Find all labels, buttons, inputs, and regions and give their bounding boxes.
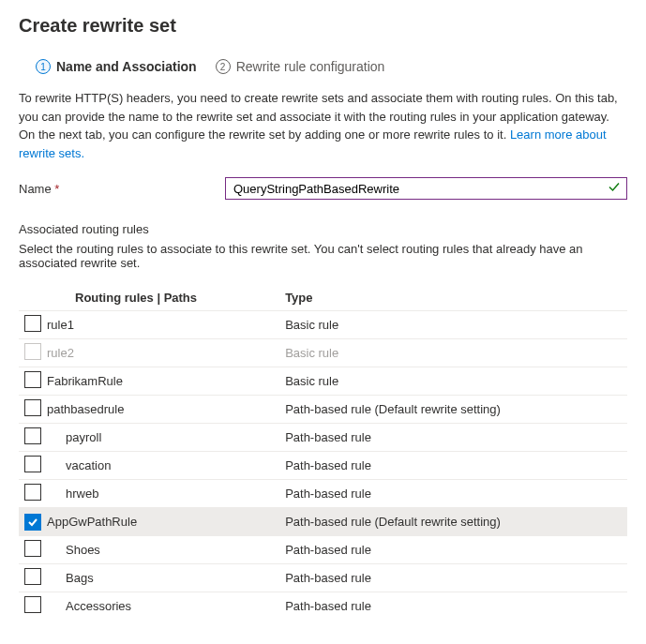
col-header-name: Routing rules | Paths [47, 285, 285, 311]
tab-step-2[interactable]: 2Rewrite rule configuration [216, 59, 385, 74]
row-checkbox[interactable] [24, 371, 41, 388]
page-title: Create rewrite set [19, 15, 627, 37]
table-row: payrollPath-based rule [19, 424, 627, 452]
rule-type: Path-based rule (Default rewrite setting… [285, 508, 627, 536]
row-checkbox[interactable] [24, 399, 41, 416]
row-checkbox[interactable] [24, 514, 41, 531]
rule-name: pathbasedrule [47, 396, 285, 424]
required-indicator: * [54, 182, 59, 196]
rule-type: Path-based rule [285, 536, 627, 564]
rule-type: Path-based rule [285, 452, 627, 480]
section-title: Associated routing rules [19, 222, 627, 236]
table-row: vacationPath-based rule [19, 452, 627, 480]
rule-type: Path-based rule [285, 564, 627, 592]
row-checkbox[interactable] [24, 540, 41, 557]
rule-type: Path-based rule [285, 424, 627, 452]
table-row: AccessoriesPath-based rule [19, 592, 627, 621]
table-row: AppGwPathRulePath-based rule (Default re… [19, 508, 627, 536]
rule-type: Basic rule [285, 311, 627, 339]
row-checkbox[interactable] [24, 315, 41, 332]
step-number-icon: 1 [36, 59, 51, 74]
table-row: hrwebPath-based rule [19, 480, 627, 508]
table-row: rule2Basic rule [19, 339, 627, 367]
name-input[interactable] [225, 177, 627, 200]
rule-name: Bags [47, 564, 285, 592]
rule-name: AppGwPathRule [47, 508, 285, 536]
table-row: pathbasedrulePath-based rule (Default re… [19, 396, 627, 424]
rule-name: Accessories [47, 592, 285, 621]
table-row: ShoesPath-based rule [19, 536, 627, 564]
name-row: Name * [19, 177, 627, 200]
routing-rules-table: Routing rules | Paths Type rule1Basic ru… [19, 285, 627, 621]
col-header-type: Type [285, 285, 627, 311]
step-number-icon: 2 [216, 59, 231, 74]
rule-name: vacation [47, 452, 285, 480]
rule-type: Path-based rule [285, 592, 627, 621]
row-checkbox[interactable] [24, 484, 41, 501]
rule-type: Basic rule [285, 367, 627, 396]
table-row: BagsPath-based rule [19, 564, 627, 592]
row-checkbox [24, 343, 41, 360]
name-label: Name * [19, 182, 225, 196]
row-checkbox[interactable] [24, 456, 41, 472]
rule-name: hrweb [47, 480, 285, 508]
rule-name: Shoes [47, 536, 285, 564]
rule-type: Basic rule [285, 339, 627, 367]
description: To rewrite HTTP(S) headers, you need to … [19, 89, 627, 162]
row-checkbox[interactable] [24, 596, 41, 613]
rule-name: payroll [47, 424, 285, 452]
rule-name: rule1 [47, 311, 285, 339]
section-sub: Select the routing rules to associate to… [19, 242, 627, 270]
rule-type: Path-based rule (Default rewrite setting… [285, 396, 627, 424]
rule-type: Path-based rule [285, 480, 627, 508]
wizard-tabs: 1Name and Association2Rewrite rule confi… [19, 59, 627, 74]
table-row: rule1Basic rule [19, 311, 627, 339]
tab-step-1[interactable]: 1Name and Association [36, 59, 197, 74]
row-checkbox[interactable] [24, 427, 41, 444]
rule-name: rule2 [47, 339, 285, 367]
table-row: FabrikamRuleBasic rule [19, 367, 627, 396]
rule-name: FabrikamRule [47, 367, 285, 396]
tab-label: Name and Association [56, 59, 197, 74]
check-icon [608, 182, 620, 196]
tab-label: Rewrite rule configuration [236, 59, 385, 74]
row-checkbox[interactable] [24, 568, 41, 585]
